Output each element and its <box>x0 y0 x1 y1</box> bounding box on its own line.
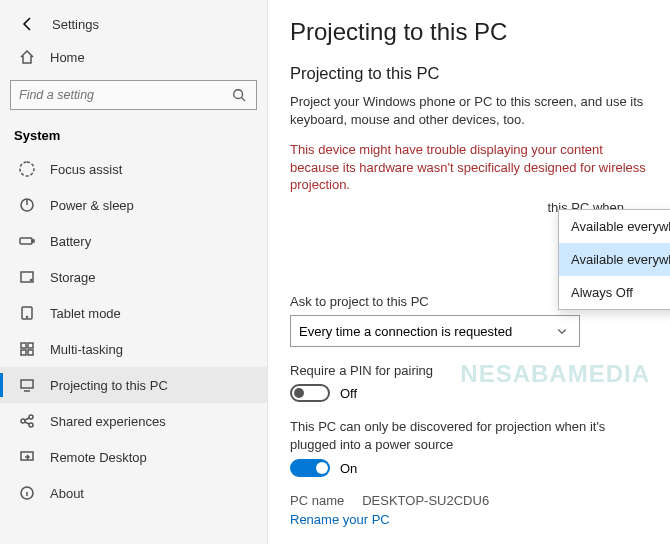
sidebar-item-remote-desktop[interactable]: Remote Desktop <box>0 439 267 475</box>
discover-state: On <box>340 461 357 476</box>
sidebar-item-tablet-mode[interactable]: Tablet mode <box>0 295 267 331</box>
svg-rect-3 <box>32 240 34 242</box>
nav-label: Multi-tasking <box>50 342 123 357</box>
svg-rect-10 <box>21 350 26 355</box>
app-title: Settings <box>52 17 99 32</box>
ask-to-project-dropdown[interactable]: Every time a connection is requested <box>290 315 580 347</box>
dropdown-value: Every time a connection is requested <box>299 324 512 339</box>
svg-point-15 <box>29 423 33 427</box>
power-icon <box>18 196 36 214</box>
svg-rect-11 <box>28 350 33 355</box>
option-always-off[interactable]: Always Off <box>559 276 670 309</box>
pin-toggle[interactable] <box>290 384 330 402</box>
nav-label: Shared experiences <box>50 414 166 429</box>
sidebar-item-power-sleep[interactable]: Power & sleep <box>0 187 267 223</box>
pcname-key: PC name <box>290 493 344 508</box>
svg-point-13 <box>21 419 25 423</box>
about-icon <box>18 484 36 502</box>
intro-text: Project your Windows phone or PC to this… <box>290 93 650 129</box>
svg-point-5 <box>31 280 32 281</box>
svg-point-0 <box>234 90 243 99</box>
battery-icon <box>18 232 36 250</box>
remote-icon <box>18 448 36 466</box>
nav-label: Remote Desktop <box>50 450 147 465</box>
svg-rect-9 <box>28 343 33 348</box>
option-secure-networks[interactable]: Available everywhere on secure networks <box>559 210 670 243</box>
nav-label: Power & sleep <box>50 198 134 213</box>
sidebar-item-home[interactable]: Home <box>0 38 267 76</box>
sidebar-item-shared-experiences[interactable]: Shared experiences <box>0 403 267 439</box>
share-icon <box>18 412 36 430</box>
warning-text: This device might have trouble displayin… <box>290 141 650 194</box>
discover-label: This PC can only be discovered for proje… <box>290 418 650 453</box>
sidebar-item-multitasking[interactable]: Multi-tasking <box>0 331 267 367</box>
pcname-value: DESKTOP-SU2CDU6 <box>362 493 489 508</box>
availability-dropdown-open: Available everywhere on secure networks … <box>558 209 670 310</box>
sidebar-item-battery[interactable]: Battery <box>0 223 267 259</box>
svg-point-7 <box>27 317 28 318</box>
content-pane: NESABAMEDIA Projecting to this PC Projec… <box>268 0 670 544</box>
sidebar: Settings Home System Focus assist Power … <box>0 0 268 544</box>
project-icon <box>18 376 36 394</box>
svg-point-14 <box>29 415 33 419</box>
rename-pc-link[interactable]: Rename your PC <box>290 512 390 527</box>
nav-label: Storage <box>50 270 96 285</box>
svg-rect-8 <box>21 343 26 348</box>
svg-rect-2 <box>20 238 32 244</box>
focus-icon <box>18 160 36 178</box>
pin-state: Off <box>340 386 357 401</box>
nav-label: About <box>50 486 84 501</box>
sidebar-item-storage[interactable]: Storage <box>0 259 267 295</box>
nav-label: Projecting to this PC <box>50 378 168 393</box>
section-heading: System <box>0 114 267 151</box>
sidebar-item-projecting[interactable]: Projecting to this PC <box>0 367 267 403</box>
page-title: Projecting to this PC <box>290 18 650 46</box>
search-icon <box>230 86 248 104</box>
sidebar-item-about[interactable]: About <box>0 475 267 511</box>
storage-icon <box>18 268 36 286</box>
discover-toggle[interactable] <box>290 459 330 477</box>
nav-label: Battery <box>50 234 91 249</box>
search-field[interactable] <box>19 88 230 102</box>
multitask-icon <box>18 340 36 358</box>
sidebar-item-focus-assist[interactable]: Focus assist <box>0 151 267 187</box>
home-icon <box>18 48 36 66</box>
svg-rect-12 <box>21 380 33 388</box>
chevron-down-icon <box>553 322 571 340</box>
watermark: NESABAMEDIA <box>460 360 650 388</box>
tablet-icon <box>18 304 36 322</box>
option-available-everywhere[interactable]: Available everywhere <box>559 243 670 276</box>
nav-label: Focus assist <box>50 162 122 177</box>
search-input[interactable] <box>10 80 257 110</box>
page-subtitle: Projecting to this PC <box>290 64 650 83</box>
home-label: Home <box>50 50 85 65</box>
nav-label: Tablet mode <box>50 306 121 321</box>
back-button[interactable] <box>18 14 38 34</box>
